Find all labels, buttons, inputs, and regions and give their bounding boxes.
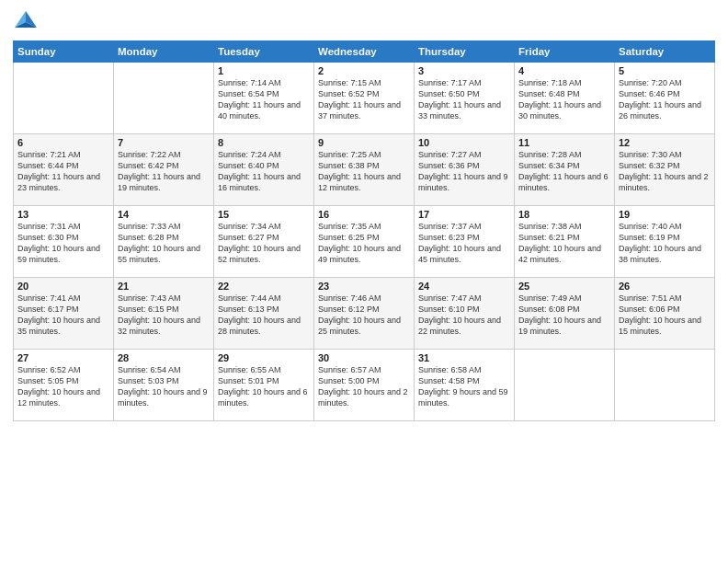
day-number: 6 xyxy=(17,137,109,148)
day-header-thursday: Thursday xyxy=(415,41,515,63)
day-number: 9 xyxy=(318,137,410,148)
calendar-cell: 11Sunrise: 7:28 AM Sunset: 6:34 PM Dayli… xyxy=(515,134,615,206)
calendar-cell: 1Sunrise: 7:14 AM Sunset: 6:54 PM Daylig… xyxy=(214,63,314,134)
day-info: Sunrise: 7:33 AM Sunset: 6:28 PM Dayligh… xyxy=(118,221,210,266)
calendar-cell: 23Sunrise: 7:46 AM Sunset: 6:12 PM Dayli… xyxy=(314,278,415,350)
day-header-friday: Friday xyxy=(515,41,615,63)
day-number: 18 xyxy=(518,209,610,220)
day-number: 25 xyxy=(518,281,610,292)
calendar-cell: 13Sunrise: 7:31 AM Sunset: 6:30 PM Dayli… xyxy=(14,206,114,278)
day-info: Sunrise: 7:25 AM Sunset: 6:38 PM Dayligh… xyxy=(318,149,410,194)
day-info: Sunrise: 7:37 AM Sunset: 6:23 PM Dayligh… xyxy=(418,221,510,266)
day-info: Sunrise: 7:18 AM Sunset: 6:48 PM Dayligh… xyxy=(518,77,610,122)
calendar-cell: 4Sunrise: 7:18 AM Sunset: 6:48 PM Daylig… xyxy=(515,63,615,134)
calendar-cell: 3Sunrise: 7:17 AM Sunset: 6:50 PM Daylig… xyxy=(415,63,515,134)
calendar-cell: 17Sunrise: 7:37 AM Sunset: 6:23 PM Dayli… xyxy=(415,206,515,278)
day-number: 5 xyxy=(619,65,711,76)
day-info: Sunrise: 6:52 AM Sunset: 5:05 PM Dayligh… xyxy=(17,364,109,409)
day-header-sunday: Sunday xyxy=(14,41,114,63)
day-info: Sunrise: 6:54 AM Sunset: 5:03 PM Dayligh… xyxy=(118,364,210,409)
day-info: Sunrise: 7:35 AM Sunset: 6:25 PM Dayligh… xyxy=(318,221,410,266)
day-number: 16 xyxy=(318,209,410,220)
calendar-cell: 2Sunrise: 7:15 AM Sunset: 6:52 PM Daylig… xyxy=(314,63,415,134)
day-info: Sunrise: 7:51 AM Sunset: 6:06 PM Dayligh… xyxy=(619,293,711,338)
day-info: Sunrise: 7:41 AM Sunset: 6:17 PM Dayligh… xyxy=(17,293,109,338)
day-number: 15 xyxy=(218,209,310,220)
day-info: Sunrise: 6:55 AM Sunset: 5:01 PM Dayligh… xyxy=(218,364,310,409)
day-number: 24 xyxy=(418,281,510,292)
day-info: Sunrise: 6:57 AM Sunset: 5:00 PM Dayligh… xyxy=(318,364,410,409)
calendar-cell: 28Sunrise: 6:54 AM Sunset: 5:03 PM Dayli… xyxy=(114,350,214,421)
day-info: Sunrise: 7:40 AM Sunset: 6:19 PM Dayligh… xyxy=(619,221,711,266)
calendar-cell: 31Sunrise: 6:58 AM Sunset: 4:58 PM Dayli… xyxy=(415,350,515,421)
day-info: Sunrise: 7:24 AM Sunset: 6:40 PM Dayligh… xyxy=(218,149,310,194)
day-info: Sunrise: 7:27 AM Sunset: 6:36 PM Dayligh… xyxy=(418,149,510,194)
logo xyxy=(13,9,42,35)
calendar-cell: 9Sunrise: 7:25 AM Sunset: 6:38 PM Daylig… xyxy=(314,134,415,206)
day-header-tuesday: Tuesday xyxy=(214,41,314,63)
day-header-wednesday: Wednesday xyxy=(314,41,415,63)
day-info: Sunrise: 7:46 AM Sunset: 6:12 PM Dayligh… xyxy=(318,293,410,338)
day-number: 13 xyxy=(17,209,109,220)
calendar-cell: 18Sunrise: 7:38 AM Sunset: 6:21 PM Dayli… xyxy=(515,206,615,278)
day-info: Sunrise: 7:44 AM Sunset: 6:13 PM Dayligh… xyxy=(218,293,310,338)
day-number: 8 xyxy=(218,137,310,148)
calendar-cell: 21Sunrise: 7:43 AM Sunset: 6:15 PM Dayli… xyxy=(114,278,214,350)
day-info: Sunrise: 6:58 AM Sunset: 4:58 PM Dayligh… xyxy=(418,364,510,409)
day-number: 30 xyxy=(318,352,410,363)
day-number: 22 xyxy=(218,281,310,292)
day-info: Sunrise: 7:43 AM Sunset: 6:15 PM Dayligh… xyxy=(118,293,210,338)
day-number: 17 xyxy=(418,209,510,220)
day-info: Sunrise: 7:34 AM Sunset: 6:27 PM Dayligh… xyxy=(218,221,310,266)
day-number: 23 xyxy=(318,281,410,292)
day-info: Sunrise: 7:38 AM Sunset: 6:21 PM Dayligh… xyxy=(518,221,610,266)
calendar-cell: 27Sunrise: 6:52 AM Sunset: 5:05 PM Dayli… xyxy=(14,350,114,421)
calendar-cell xyxy=(615,350,715,421)
day-number: 26 xyxy=(619,281,711,292)
day-header-saturday: Saturday xyxy=(615,41,715,63)
logo-icon xyxy=(13,9,39,35)
day-number: 10 xyxy=(418,137,510,148)
day-info: Sunrise: 7:28 AM Sunset: 6:34 PM Dayligh… xyxy=(518,149,610,194)
day-number: 2 xyxy=(318,65,410,76)
day-number: 3 xyxy=(418,65,510,76)
calendar-cell xyxy=(114,63,214,134)
day-number: 12 xyxy=(619,137,711,148)
day-number: 7 xyxy=(118,137,210,148)
day-number: 29 xyxy=(218,352,310,363)
day-number: 21 xyxy=(118,281,210,292)
day-info: Sunrise: 7:22 AM Sunset: 6:42 PM Dayligh… xyxy=(118,149,210,194)
day-number: 20 xyxy=(17,281,109,292)
calendar-cell: 20Sunrise: 7:41 AM Sunset: 6:17 PM Dayli… xyxy=(14,278,114,350)
day-number: 28 xyxy=(118,352,210,363)
calendar-cell: 22Sunrise: 7:44 AM Sunset: 6:13 PM Dayli… xyxy=(214,278,314,350)
calendar-cell: 29Sunrise: 6:55 AM Sunset: 5:01 PM Dayli… xyxy=(214,350,314,421)
day-info: Sunrise: 7:30 AM Sunset: 6:32 PM Dayligh… xyxy=(619,149,711,194)
calendar-cell: 7Sunrise: 7:22 AM Sunset: 6:42 PM Daylig… xyxy=(114,134,214,206)
day-number: 1 xyxy=(218,65,310,76)
day-info: Sunrise: 7:47 AM Sunset: 6:10 PM Dayligh… xyxy=(418,293,510,338)
calendar-cell: 30Sunrise: 6:57 AM Sunset: 5:00 PM Dayli… xyxy=(314,350,415,421)
calendar-cell xyxy=(515,350,615,421)
day-info: Sunrise: 7:20 AM Sunset: 6:46 PM Dayligh… xyxy=(619,77,711,122)
day-number: 31 xyxy=(418,352,510,363)
day-info: Sunrise: 7:14 AM Sunset: 6:54 PM Dayligh… xyxy=(218,77,310,122)
calendar-cell: 10Sunrise: 7:27 AM Sunset: 6:36 PM Dayli… xyxy=(415,134,515,206)
day-number: 11 xyxy=(518,137,610,148)
calendar-cell: 16Sunrise: 7:35 AM Sunset: 6:25 PM Dayli… xyxy=(314,206,415,278)
calendar-cell: 24Sunrise: 7:47 AM Sunset: 6:10 PM Dayli… xyxy=(415,278,515,350)
day-info: Sunrise: 7:31 AM Sunset: 6:30 PM Dayligh… xyxy=(17,221,109,266)
day-info: Sunrise: 7:15 AM Sunset: 6:52 PM Dayligh… xyxy=(318,77,410,122)
calendar-cell: 5Sunrise: 7:20 AM Sunset: 6:46 PM Daylig… xyxy=(615,63,715,134)
calendar-cell: 12Sunrise: 7:30 AM Sunset: 6:32 PM Dayli… xyxy=(615,134,715,206)
calendar-cell: 25Sunrise: 7:49 AM Sunset: 6:08 PM Dayli… xyxy=(515,278,615,350)
day-info: Sunrise: 7:21 AM Sunset: 6:44 PM Dayligh… xyxy=(17,149,109,194)
calendar-cell: 14Sunrise: 7:33 AM Sunset: 6:28 PM Dayli… xyxy=(114,206,214,278)
day-number: 19 xyxy=(619,209,711,220)
calendar-cell: 19Sunrise: 7:40 AM Sunset: 6:19 PM Dayli… xyxy=(615,206,715,278)
calendar-cell: 26Sunrise: 7:51 AM Sunset: 6:06 PM Dayli… xyxy=(615,278,715,350)
calendar-cell: 8Sunrise: 7:24 AM Sunset: 6:40 PM Daylig… xyxy=(214,134,314,206)
day-number: 14 xyxy=(118,209,210,220)
day-number: 27 xyxy=(17,352,109,363)
day-header-monday: Monday xyxy=(114,41,214,63)
